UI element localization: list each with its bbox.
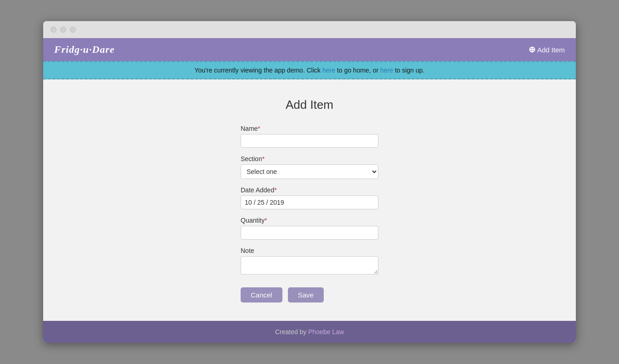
note-textarea[interactable] [241, 256, 378, 274]
demo-banner: You're currently viewing the app demo. C… [43, 61, 576, 79]
date-added-field-group: Date Added* [241, 186, 378, 209]
date-required-star: * [274, 186, 276, 194]
minimize-button[interactable] [60, 27, 66, 33]
date-added-input[interactable] [241, 196, 378, 209]
close-button[interactable] [51, 27, 56, 33]
name-label: Name* [241, 125, 378, 132]
save-button[interactable]: Save [288, 287, 324, 302]
plus-circle-icon: ⊕ [529, 45, 535, 55]
section-select[interactable]: Select one Fridge Freezer Pantry [241, 164, 378, 179]
title-bar [43, 21, 576, 38]
form-buttons: Cancel Save [241, 287, 378, 302]
name-required-star: * [258, 125, 260, 132]
name-field-group: Name* [241, 125, 378, 148]
quantity-field-group: Quantity* [241, 217, 378, 240]
section-field-group: Section* Select one Fridge Freezer Pantr… [241, 155, 378, 179]
add-item-nav-label: Add Item [537, 46, 565, 54]
banner-text-after: to sign up. [393, 67, 425, 74]
cancel-button[interactable]: Cancel [241, 287, 282, 302]
date-added-label: Date Added* [241, 186, 378, 194]
maximize-button[interactable] [70, 27, 76, 33]
add-item-form: Name* Section* Select one Fridge Freezer… [241, 125, 378, 302]
banner-text-middle: to go home, or [335, 67, 380, 74]
note-field-group: Note [241, 247, 378, 276]
navbar: Fridg·u·Dare ⊕ Add Item [43, 38, 576, 61]
page-title: Add Item [286, 98, 333, 112]
footer: Created by Phoebe Law [43, 321, 576, 343]
footer-text: Created by [275, 328, 308, 336]
note-label: Note [241, 247, 378, 254]
section-label: Section* [241, 155, 378, 162]
footer-creator-link[interactable]: Phoebe Law [308, 328, 344, 336]
banner-signup-link[interactable]: here [380, 67, 393, 74]
banner-text-before: You're currently viewing the app demo. C… [194, 67, 322, 74]
add-item-nav-button[interactable]: ⊕ Add Item [529, 45, 565, 55]
app-window: Fridg·u·Dare ⊕ Add Item You're currently… [43, 21, 576, 343]
name-input[interactable] [241, 134, 378, 148]
main-content: Add Item Name* Section* Select one Fridg… [43, 79, 576, 321]
section-required-star: * [262, 155, 264, 162]
banner-home-link[interactable]: here [322, 67, 335, 74]
quantity-required-star: * [264, 217, 267, 224]
app-logo: Fridg·u·Dare [54, 44, 115, 56]
quantity-input[interactable] [241, 226, 378, 240]
quantity-label: Quantity* [241, 217, 378, 224]
